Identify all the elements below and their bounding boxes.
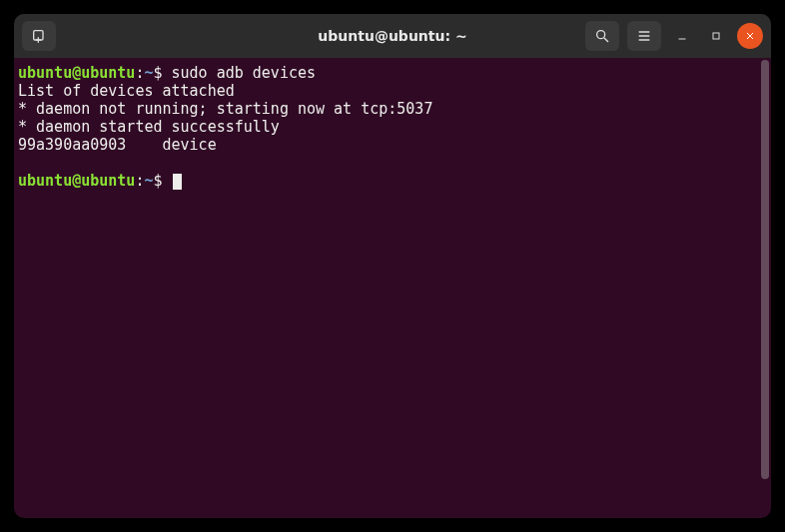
close-icon bbox=[744, 30, 756, 42]
titlebar: ubuntu@ubuntu: ~ bbox=[14, 14, 771, 58]
prompt-user: ubuntu@ubuntu bbox=[18, 172, 135, 190]
search-icon bbox=[594, 28, 610, 44]
output-line: 99a390aa0903 device bbox=[18, 136, 217, 154]
new-tab-icon bbox=[31, 28, 47, 44]
terminal-window: ubuntu@ubuntu: ~ bbox=[14, 14, 771, 518]
svg-line-4 bbox=[604, 38, 608, 42]
maximize-button[interactable] bbox=[703, 23, 729, 49]
output-line: List of devices attached bbox=[18, 82, 235, 100]
output-line: * daemon started successfully bbox=[18, 118, 280, 136]
prompt-symbol: $ bbox=[153, 172, 162, 190]
menu-button[interactable] bbox=[627, 21, 661, 51]
prompt-symbol: $ bbox=[153, 64, 162, 82]
scrollbar[interactable] bbox=[759, 58, 771, 518]
cursor-block bbox=[173, 174, 182, 190]
minimize-button[interactable] bbox=[669, 23, 695, 49]
output-line: * daemon not running; starting now at tc… bbox=[18, 100, 432, 118]
scrollbar-thumb[interactable] bbox=[761, 60, 769, 479]
maximize-icon bbox=[710, 30, 722, 42]
prompt-user: ubuntu@ubuntu bbox=[18, 64, 135, 82]
close-button[interactable] bbox=[737, 23, 763, 49]
terminal-area[interactable]: ubuntu@ubuntu:~$ sudo adb devices List o… bbox=[14, 58, 759, 518]
minimize-icon bbox=[676, 30, 688, 42]
svg-point-3 bbox=[597, 31, 605, 39]
command-text: sudo adb devices bbox=[172, 64, 317, 82]
hamburger-icon bbox=[636, 28, 652, 44]
new-tab-button[interactable] bbox=[22, 21, 56, 51]
search-button[interactable] bbox=[585, 21, 619, 51]
svg-rect-9 bbox=[713, 33, 719, 39]
